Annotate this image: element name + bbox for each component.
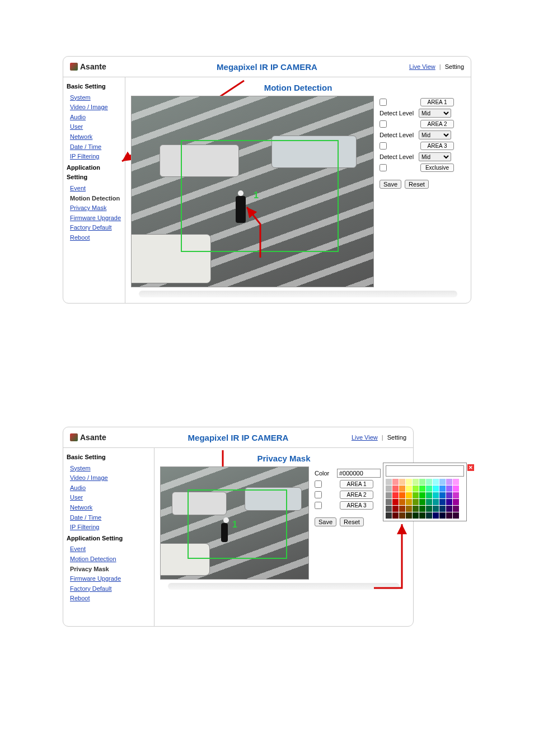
motion-area-box[interactable] (181, 140, 339, 252)
palette-swatch[interactable] (439, 492, 446, 498)
detect-level-select-1[interactable]: Mid (419, 109, 451, 118)
palette-swatch[interactable] (433, 499, 439, 505)
palette-swatch[interactable] (413, 512, 419, 519)
palette-swatch[interactable] (399, 492, 405, 498)
area1-checkbox[interactable] (315, 480, 322, 488)
palette-swatch[interactable] (446, 492, 452, 498)
palette-swatch[interactable] (406, 512, 412, 519)
palette-swatch[interactable] (413, 499, 419, 505)
palette-swatch[interactable] (446, 499, 452, 505)
exclusive-button[interactable]: Exclusive (420, 164, 454, 172)
sidebar-item-network[interactable]: Network (67, 503, 151, 513)
palette-swatch[interactable] (426, 506, 432, 512)
area3-checkbox[interactable] (315, 502, 322, 509)
nav-live-view[interactable]: Live View (409, 63, 435, 70)
sidebar-item-firmware-upgrade[interactable]: Firmware Upgrade (67, 574, 151, 584)
palette-swatch[interactable] (399, 512, 405, 519)
palette-swatch[interactable] (446, 479, 452, 485)
sidebar-item-event[interactable]: Event (67, 184, 121, 194)
palette-swatch[interactable] (386, 499, 392, 505)
palette-swatch[interactable] (406, 492, 412, 498)
palette-swatch[interactable] (433, 486, 439, 492)
palette-swatch[interactable] (453, 506, 459, 512)
sidebar-item-user[interactable]: User (67, 493, 151, 503)
sidebar-item-user[interactable]: User (67, 122, 121, 132)
palette-swatch[interactable] (426, 492, 432, 498)
detect-level-select-2[interactable]: Mid (419, 130, 451, 139)
nav-live-view[interactable]: Live View (352, 434, 378, 441)
palette-swatch[interactable] (453, 499, 459, 505)
video-preview[interactable]: 1 (160, 466, 309, 580)
palette-swatch[interactable] (439, 499, 446, 505)
palette-swatch[interactable] (446, 486, 452, 492)
palette-swatch[interactable] (433, 479, 439, 485)
area3-checkbox[interactable] (380, 142, 387, 150)
palette-swatch[interactable] (419, 492, 425, 498)
palette-swatch[interactable] (433, 512, 439, 519)
save-button[interactable]: Save (380, 180, 401, 189)
area2-button[interactable]: AREA 2 (420, 120, 454, 128)
palette-swatch[interactable] (386, 486, 392, 492)
palette-swatch[interactable] (439, 486, 446, 492)
mask-area-box[interactable] (188, 489, 287, 559)
palette-swatch[interactable] (453, 512, 459, 519)
palette-swatch[interactable] (392, 506, 399, 512)
palette-swatch[interactable] (406, 506, 412, 512)
palette-swatch[interactable] (399, 479, 405, 485)
sidebar-item-privacy-mask[interactable]: Privacy Mask (67, 203, 121, 213)
palette-swatch[interactable] (386, 506, 392, 512)
palette-swatch[interactable] (453, 486, 459, 492)
video-preview[interactable]: 1 (131, 96, 374, 287)
palette-swatch[interactable] (392, 499, 399, 505)
sidebar-item-event[interactable]: Event (67, 544, 151, 554)
palette-swatch[interactable] (426, 486, 432, 492)
sidebar-item-network[interactable]: Network (67, 132, 121, 142)
palette-swatch[interactable] (392, 486, 399, 492)
palette-swatch[interactable] (399, 506, 405, 512)
palette-swatch[interactable] (406, 486, 412, 492)
area3-button[interactable]: AREA 3 (420, 142, 454, 150)
palette-swatch[interactable] (419, 506, 425, 512)
sidebar-item-firmware-upgrade[interactable]: Firmware Upgrade (67, 213, 121, 223)
sidebar-item-ip-filtering[interactable]: IP Filtering (67, 152, 121, 162)
sidebar-item-video-image[interactable]: Video / Image (67, 473, 151, 483)
area1-checkbox[interactable] (380, 99, 387, 106)
palette-swatch[interactable] (406, 479, 412, 485)
exclusive-checkbox[interactable] (380, 164, 387, 171)
palette-swatch[interactable] (386, 479, 392, 485)
palette-swatch[interactable] (419, 479, 425, 485)
sidebar-item-system[interactable]: System (67, 464, 151, 474)
color-input[interactable] (337, 469, 381, 478)
palette-swatch[interactable] (413, 486, 419, 492)
palette-swatch[interactable] (426, 512, 432, 519)
reset-button[interactable]: Reset (340, 517, 364, 526)
palette-swatch[interactable] (413, 479, 419, 485)
sidebar-item-factory-default[interactable]: Factory Default (67, 584, 151, 594)
sidebar-item-reboot[interactable]: Reboot (67, 233, 121, 243)
palette-swatch[interactable] (446, 512, 452, 519)
palette-swatch[interactable] (419, 499, 425, 505)
palette-swatch[interactable] (399, 486, 405, 492)
sidebar-item-ip-filtering[interactable]: IP Filtering (67, 522, 151, 533)
sidebar-item-video-image[interactable]: Video / Image (67, 102, 121, 113)
palette-swatch[interactable] (446, 506, 452, 512)
palette-swatch[interactable] (433, 506, 439, 512)
palette-swatch[interactable] (386, 512, 392, 519)
palette-swatch[interactable] (426, 479, 432, 485)
area2-button[interactable]: AREA 2 (340, 491, 373, 499)
palette-swatch[interactable] (439, 479, 446, 485)
sidebar-item-date-time[interactable]: Date / Time (67, 513, 151, 523)
area2-checkbox[interactable] (380, 120, 387, 128)
area2-checkbox[interactable] (315, 491, 322, 498)
save-button[interactable]: Save (315, 517, 336, 526)
palette-swatch[interactable] (453, 492, 459, 498)
palette-swatch[interactable] (399, 499, 405, 505)
area1-button[interactable]: AREA 1 (420, 98, 454, 106)
reset-button[interactable]: Reset (405, 180, 429, 189)
palette-swatch[interactable] (392, 492, 399, 498)
area3-button[interactable]: AREA 3 (340, 501, 373, 510)
sidebar-item-factory-default[interactable]: Factory Default (67, 223, 121, 233)
palette-swatch[interactable] (433, 492, 439, 498)
palette-swatch[interactable] (413, 492, 419, 498)
palette-swatch[interactable] (439, 512, 446, 519)
